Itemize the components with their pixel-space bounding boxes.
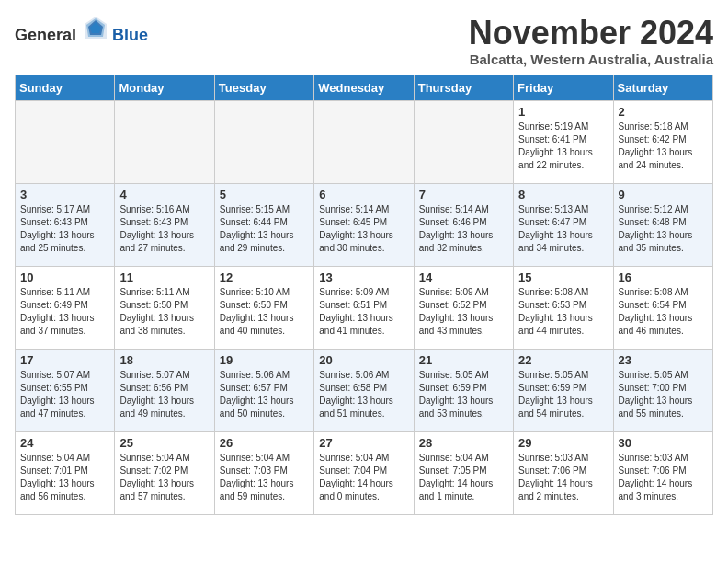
day-number: 29 (518, 436, 608, 450)
calendar: SundayMondayTuesdayWednesdayThursdayFrid… (15, 75, 713, 515)
col-header-friday: Friday (514, 75, 613, 100)
calendar-cell: 24Sunrise: 5:04 AM Sunset: 7:01 PM Dayli… (16, 431, 115, 514)
day-info: Sunrise: 5:15 AM Sunset: 6:44 PM Dayligh… (220, 203, 309, 255)
calendar-week-row: 17Sunrise: 5:07 AM Sunset: 6:55 PM Dayli… (16, 349, 713, 431)
day-number: 14 (419, 270, 508, 284)
day-number: 25 (119, 436, 209, 450)
day-number: 19 (220, 353, 309, 367)
day-info: Sunrise: 5:08 AM Sunset: 6:54 PM Dayligh… (619, 286, 708, 338)
day-number: 3 (20, 188, 109, 201)
day-info: Sunrise: 5:03 AM Sunset: 7:06 PM Dayligh… (619, 452, 708, 503)
day-info: Sunrise: 5:11 AM Sunset: 6:50 PM Dayligh… (119, 286, 209, 338)
day-info: Sunrise: 5:06 AM Sunset: 6:58 PM Dayligh… (319, 369, 408, 420)
day-number: 9 (619, 188, 708, 201)
location: Balcatta, Western Australia, Australia (469, 52, 713, 67)
calendar-cell: 16Sunrise: 5:08 AM Sunset: 6:54 PM Dayli… (613, 266, 712, 349)
day-number: 20 (319, 353, 408, 367)
day-info: Sunrise: 5:19 AM Sunset: 6:41 PM Dayligh… (518, 121, 608, 172)
day-info: Sunrise: 5:06 AM Sunset: 6:57 PM Dayligh… (220, 369, 309, 420)
day-number: 28 (419, 436, 508, 450)
day-info: Sunrise: 5:14 AM Sunset: 6:46 PM Dayligh… (419, 203, 508, 255)
calendar-cell: 1Sunrise: 5:19 AM Sunset: 6:41 PM Daylig… (514, 100, 613, 183)
day-info: Sunrise: 5:04 AM Sunset: 7:04 PM Dayligh… (319, 452, 408, 503)
day-info: Sunrise: 5:13 AM Sunset: 6:47 PM Dayligh… (518, 203, 608, 255)
calendar-cell (414, 100, 513, 183)
day-info: Sunrise: 5:07 AM Sunset: 6:56 PM Dayligh… (119, 369, 209, 420)
day-info: Sunrise: 5:16 AM Sunset: 6:43 PM Dayligh… (119, 203, 209, 255)
col-header-monday: Monday (115, 75, 214, 100)
calendar-week-row: 1Sunrise: 5:19 AM Sunset: 6:41 PM Daylig… (16, 100, 713, 183)
calendar-cell: 17Sunrise: 5:07 AM Sunset: 6:55 PM Dayli… (16, 349, 115, 431)
logo-icon (83, 15, 108, 40)
day-number: 11 (119, 270, 209, 284)
calendar-cell (214, 100, 313, 183)
day-number: 30 (619, 436, 708, 450)
calendar-cell: 18Sunrise: 5:07 AM Sunset: 6:56 PM Dayli… (115, 349, 214, 431)
day-number: 18 (119, 353, 209, 367)
day-info: Sunrise: 5:12 AM Sunset: 6:48 PM Dayligh… (619, 203, 708, 255)
calendar-cell: 8Sunrise: 5:13 AM Sunset: 6:47 PM Daylig… (514, 183, 613, 266)
day-number: 23 (619, 353, 708, 367)
day-number: 4 (119, 188, 209, 201)
calendar-cell: 21Sunrise: 5:05 AM Sunset: 6:59 PM Dayli… (414, 349, 513, 431)
calendar-cell (314, 100, 414, 183)
logo-general: General (15, 26, 76, 44)
day-number: 22 (518, 353, 608, 367)
calendar-week-row: 10Sunrise: 5:11 AM Sunset: 6:49 PM Dayli… (16, 266, 713, 349)
calendar-cell: 4Sunrise: 5:16 AM Sunset: 6:43 PM Daylig… (115, 183, 214, 266)
page-header: General Blue November 2024 Balcatta, Wes… (15, 15, 713, 67)
col-header-thursday: Thursday (414, 75, 513, 100)
day-number: 24 (20, 436, 109, 450)
day-info: Sunrise: 5:04 AM Sunset: 7:01 PM Dayligh… (20, 452, 109, 503)
day-info: Sunrise: 5:05 AM Sunset: 6:59 PM Dayligh… (518, 369, 608, 420)
calendar-cell: 12Sunrise: 5:10 AM Sunset: 6:50 PM Dayli… (214, 266, 313, 349)
day-info: Sunrise: 5:18 AM Sunset: 6:42 PM Dayligh… (619, 121, 708, 172)
calendar-cell: 29Sunrise: 5:03 AM Sunset: 7:06 PM Dayli… (514, 431, 613, 514)
calendar-cell: 22Sunrise: 5:05 AM Sunset: 6:59 PM Dayli… (514, 349, 613, 431)
day-info: Sunrise: 5:09 AM Sunset: 6:52 PM Dayligh… (419, 286, 508, 338)
day-info: Sunrise: 5:05 AM Sunset: 6:59 PM Dayligh… (419, 369, 508, 420)
day-number: 26 (220, 436, 309, 450)
calendar-cell: 19Sunrise: 5:06 AM Sunset: 6:57 PM Dayli… (214, 349, 313, 431)
day-info: Sunrise: 5:04 AM Sunset: 7:03 PM Dayligh… (220, 452, 309, 503)
calendar-cell: 13Sunrise: 5:09 AM Sunset: 6:51 PM Dayli… (314, 266, 414, 349)
day-number: 16 (619, 270, 708, 284)
day-info: Sunrise: 5:11 AM Sunset: 6:49 PM Dayligh… (20, 286, 109, 338)
calendar-cell: 14Sunrise: 5:09 AM Sunset: 6:52 PM Dayli… (414, 266, 513, 349)
calendar-cell: 7Sunrise: 5:14 AM Sunset: 6:46 PM Daylig… (414, 183, 513, 266)
day-number: 8 (518, 188, 608, 201)
day-info: Sunrise: 5:07 AM Sunset: 6:55 PM Dayligh… (20, 369, 109, 420)
calendar-cell: 25Sunrise: 5:04 AM Sunset: 7:02 PM Dayli… (115, 431, 214, 514)
calendar-cell: 3Sunrise: 5:17 AM Sunset: 6:43 PM Daylig… (16, 183, 115, 266)
calendar-cell (16, 100, 115, 183)
calendar-cell: 11Sunrise: 5:11 AM Sunset: 6:50 PM Dayli… (115, 266, 214, 349)
day-number: 7 (419, 188, 508, 201)
day-info: Sunrise: 5:17 AM Sunset: 6:43 PM Dayligh… (20, 203, 109, 255)
day-number: 13 (319, 270, 408, 284)
day-number: 21 (419, 353, 508, 367)
col-header-wednesday: Wednesday (314, 75, 414, 100)
day-number: 2 (619, 105, 708, 119)
calendar-cell: 15Sunrise: 5:08 AM Sunset: 6:53 PM Dayli… (514, 266, 613, 349)
day-number: 1 (518, 105, 608, 119)
calendar-cell: 2Sunrise: 5:18 AM Sunset: 6:42 PM Daylig… (613, 100, 712, 183)
day-number: 17 (20, 353, 109, 367)
day-info: Sunrise: 5:08 AM Sunset: 6:53 PM Dayligh… (518, 286, 608, 338)
calendar-week-row: 3Sunrise: 5:17 AM Sunset: 6:43 PM Daylig… (16, 183, 713, 266)
logo-blue: Blue (112, 26, 148, 44)
day-info: Sunrise: 5:03 AM Sunset: 7:06 PM Dayligh… (518, 452, 608, 503)
day-info: Sunrise: 5:14 AM Sunset: 6:45 PM Dayligh… (319, 203, 408, 255)
day-info: Sunrise: 5:10 AM Sunset: 6:50 PM Dayligh… (220, 286, 309, 338)
day-info: Sunrise: 5:05 AM Sunset: 7:00 PM Dayligh… (619, 369, 708, 420)
day-info: Sunrise: 5:04 AM Sunset: 7:02 PM Dayligh… (119, 452, 209, 503)
month-title: November 2024 (469, 15, 713, 52)
day-number: 12 (220, 270, 309, 284)
col-header-saturday: Saturday (613, 75, 712, 100)
day-info: Sunrise: 5:09 AM Sunset: 6:51 PM Dayligh… (319, 286, 408, 338)
col-header-sunday: Sunday (16, 75, 115, 100)
logo-text: General Blue (15, 15, 148, 45)
day-number: 15 (518, 270, 608, 284)
calendar-cell (115, 100, 214, 183)
day-number: 6 (319, 188, 408, 201)
day-number: 10 (20, 270, 109, 284)
